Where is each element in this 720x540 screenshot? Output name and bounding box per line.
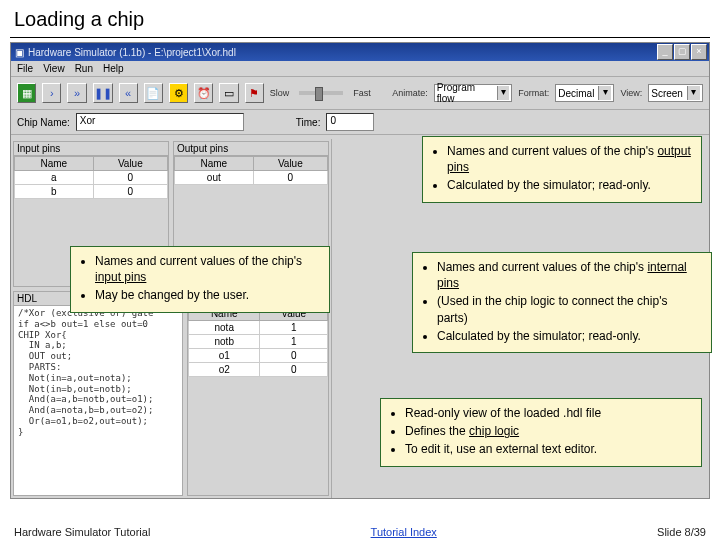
app-icon: ▣ [15,47,24,58]
callout-output-pins: Names and current values of the chip's o… [422,136,702,203]
hdl-code: /*Xor (exclusive or) gate if a<>b out=1 … [14,306,182,495]
callout-hdl: Read-only view of the loaded .hdl fileDe… [380,398,702,467]
left-column: Input pins NameValue a0 b0 Output pins N… [11,139,332,498]
speed-slider[interactable] [299,91,343,95]
internal-pins-pane: Internal pins NameValue nota1 notb1 o10 … [187,291,329,496]
table-row: out0 [175,171,328,185]
toolbar: ▦ › » ❚❚ « 📄 ⚙ ⏰ ▭ ⚑ Slow Fast Animate: … [11,77,709,110]
format-label: Format: [518,88,549,98]
stop-icon[interactable]: ❚❚ [93,83,113,103]
callout-internal-pins: Names and current values of the chip's i… [412,252,712,353]
callout-input-pins: Names and current values of the chip's i… [70,246,330,313]
slide-title: Loading a chip [0,0,720,37]
table-row: a0 [15,171,168,185]
flag-icon[interactable]: ⚑ [245,83,264,103]
view-label: View: [620,88,642,98]
screen-icon[interactable]: ▭ [219,83,238,103]
time-field: 0 [326,113,374,131]
footer-right: Slide 8/39 [657,526,706,538]
view-select[interactable]: Screen▾ [648,84,703,102]
divider [10,37,710,38]
chipname-field[interactable]: Xor [76,113,244,131]
eval-icon[interactable]: ⚙ [169,83,188,103]
close-button[interactable]: × [691,44,707,60]
animate-label: Animate: [392,88,428,98]
minimize-button[interactable]: _ [657,44,673,60]
run-icon[interactable]: » [67,83,86,103]
footer-left: Hardware Simulator Tutorial [14,526,150,538]
table-row: o20 [189,363,328,377]
chip-row: Chip Name: Xor Time: 0 [11,110,709,135]
slow-label: Slow [270,88,290,98]
table-row: nota1 [189,321,328,335]
table-row: notb1 [189,335,328,349]
load-chip-icon[interactable]: ▦ [17,83,36,103]
window-title: Hardware Simulator (1.1b) - E:\project1\… [28,47,652,58]
input-pins-header: Input pins [14,142,168,156]
hdl-pane: HDL /*Xor (exclusive or) gate if a<>b ou… [13,291,183,496]
fast-label: Fast [353,88,371,98]
format-select[interactable]: Decimal▾ [555,84,614,102]
rewind-icon[interactable]: « [119,83,138,103]
maximize-button[interactable]: ▢ [674,44,690,60]
load-script-icon[interactable]: 📄 [144,83,163,103]
menu-run[interactable]: Run [75,63,93,74]
table-row: o10 [189,349,328,363]
time-label: Time: [296,117,321,128]
table-row: b0 [15,185,168,199]
menubar: File View Run Help [11,61,709,77]
chipname-label: Chip Name: [17,117,70,128]
step-icon[interactable]: › [42,83,61,103]
output-pins-header: Output pins [174,142,328,156]
window-buttons: _ ▢ × [656,44,707,60]
menu-view[interactable]: View [43,63,65,74]
tutorial-index-link[interactable]: Tutorial Index [371,526,437,538]
animate-select[interactable]: Program flow▾ [434,84,513,102]
clock-icon[interactable]: ⏰ [194,83,213,103]
menu-help[interactable]: Help [103,63,124,74]
menu-file[interactable]: File [17,63,33,74]
titlebar: ▣ Hardware Simulator (1.1b) - E:\project… [11,43,709,61]
